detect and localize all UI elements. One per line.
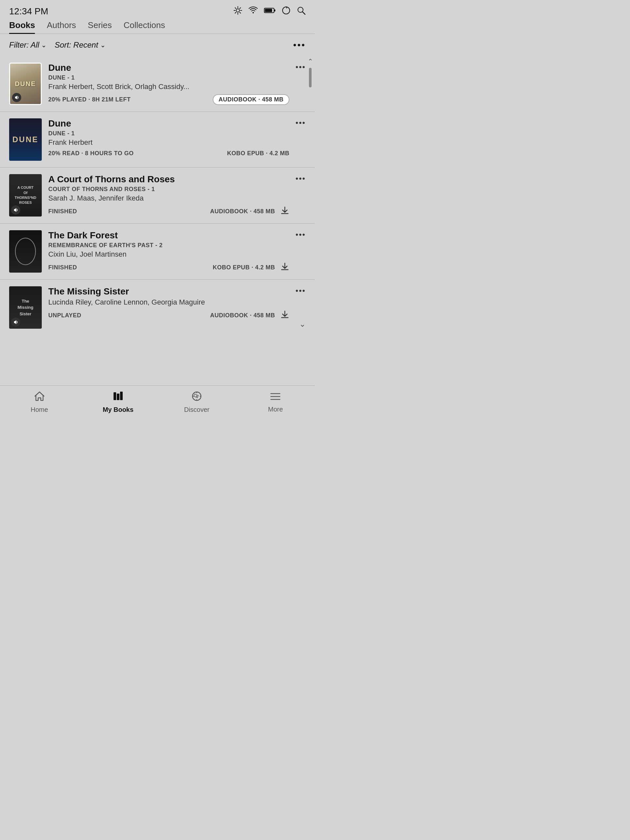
- audio-badge-dune: [12, 93, 21, 102]
- book-meta-dark-forest: FINISHED KOBO EPUB · 4.2 MB: [48, 262, 290, 273]
- svg-rect-12: [265, 9, 272, 12]
- book-info-acotar: A Court of Thorns and Roses COURT OF THO…: [48, 174, 306, 217]
- sort-chevron: ⌄: [100, 41, 106, 49]
- wifi-icon: [248, 6, 258, 16]
- book-progress-missing-sister: UNPLAYED: [48, 312, 81, 319]
- book-title-dune-epub: Dune: [48, 118, 290, 129]
- book-item-dune-audio[interactable]: Dune DUNE - 1 Frank Herbert, Scott Brick…: [0, 56, 315, 112]
- book-format-missing-sister: AUDIOBOOK · 458 MB: [210, 312, 275, 319]
- nav-label-discover: Discover: [184, 406, 209, 414]
- svg-rect-23: [117, 393, 119, 400]
- audio-badge-missing-sister: [11, 317, 20, 327]
- tab-bar: Books Authors Series Collections: [0, 20, 315, 34]
- brightness-icon[interactable]: [233, 6, 242, 17]
- nav-item-more[interactable]: More: [256, 392, 295, 413]
- svg-line-15: [302, 12, 305, 14]
- battery-icon: [264, 7, 276, 16]
- book-meta-dune-audio: 20% PLAYED · 8H 21M LEFT AUDIOBOOK · 458…: [48, 94, 290, 105]
- svg-line-7: [240, 8, 241, 9]
- svg-rect-22: [114, 392, 116, 400]
- book-author-missing-sister: Lucinda Riley, Caroline Lennon, Georgia …: [48, 298, 290, 306]
- book-item-dune-epub[interactable]: Dune DUNE - 1 Frank Herbert 20% READ · 8…: [0, 112, 315, 167]
- book-item-dark-forest[interactable]: The Dark Forest REMEMBRANCE OF EARTH'S P…: [0, 224, 315, 280]
- book-series-dark-forest: REMEMBRANCE OF EARTH'S PAST - 2: [48, 242, 290, 249]
- audiobook-badge-dune: AUDIOBOOK · 458 MB: [213, 94, 290, 105]
- download-button-dark-forest[interactable]: [280, 262, 290, 273]
- nav-item-home[interactable]: Home: [20, 391, 59, 414]
- book-series-dune-audio: DUNE - 1: [48, 74, 290, 81]
- sort-button[interactable]: Sort: Recent ⌄: [54, 40, 105, 50]
- svg-point-0: [236, 9, 239, 12]
- svg-rect-11: [274, 9, 275, 11]
- scrollbar[interactable]: ⌃: [308, 56, 312, 385]
- scroll-down-indicator: ⌄: [299, 320, 306, 329]
- book-cover-dune-epub: [9, 118, 42, 161]
- tab-authors[interactable]: Authors: [47, 20, 76, 33]
- audio-badge-acotar: [11, 205, 20, 215]
- book-info-dark-forest: The Dark Forest REMEMBRANCE OF EARTH'S P…: [48, 230, 306, 273]
- book-cover-dark-forest: [9, 230, 42, 273]
- book-progress-dune-epub: 20% READ · 8 HOURS TO GO: [48, 150, 134, 157]
- bottom-nav: Home My Books Discover: [0, 385, 315, 420]
- svg-point-13: [283, 7, 290, 14]
- book-series-acotar: COURT OF THORNS AND ROSES - 1: [48, 186, 290, 193]
- book-progress-dark-forest: FINISHED: [48, 264, 77, 271]
- book-author-dune-audio: Frank Herbert, Scott Brick, Orlagh Cassi…: [48, 82, 290, 91]
- book-progress-acotar: FINISHED: [48, 208, 77, 215]
- nav-label-home: Home: [31, 406, 48, 414]
- status-bar: 12:34 PM: [0, 0, 315, 20]
- search-icon[interactable]: [296, 6, 306, 17]
- book-progress-dune-audio: 20% PLAYED · 8H 21M LEFT: [48, 96, 130, 103]
- nav-label-mybooks: My Books: [103, 406, 133, 414]
- book-cover-missing-sister: [9, 286, 42, 329]
- tab-books[interactable]: Books: [9, 20, 35, 33]
- book-title-missing-sister: The Missing Sister: [48, 286, 290, 297]
- tab-collections[interactable]: Collections: [123, 20, 165, 33]
- book-menu-dune-epub[interactable]: •••: [296, 118, 306, 128]
- book-item-acotar[interactable]: A Court of Thorns and Roses COURT OF THO…: [0, 167, 315, 224]
- book-title-dune-audio: Dune: [48, 63, 290, 73]
- book-menu-acotar[interactable]: •••: [296, 174, 306, 183]
- book-menu-dark-forest[interactable]: •••: [296, 230, 306, 239]
- book-item-missing-sister[interactable]: The Missing Sister Lucinda Riley, Caroli…: [0, 280, 315, 335]
- book-author-acotar: Sarah J. Maas, Jennifer Ikeda: [48, 194, 290, 202]
- sync-icon[interactable]: [282, 6, 291, 17]
- discover-icon: [191, 391, 202, 404]
- filter-chevron: ⌄: [41, 41, 47, 49]
- nav-item-mybooks[interactable]: My Books: [98, 391, 138, 414]
- status-time: 12:34 PM: [9, 6, 48, 17]
- book-format-dark-forest: KOBO EPUB · 4.2 MB: [213, 264, 275, 271]
- book-menu-dune-audio[interactable]: •••: [296, 63, 306, 72]
- filter-row: Filter: All ⌄ Sort: Recent ⌄ •••: [0, 34, 315, 56]
- book-meta-acotar: FINISHED AUDIOBOOK · 458 MB: [48, 206, 290, 217]
- nav-item-discover[interactable]: Discover: [177, 391, 216, 414]
- scroll-up-arrow[interactable]: ⌃: [308, 57, 313, 65]
- svg-line-5: [235, 8, 236, 9]
- scrollbar-thumb[interactable]: [309, 68, 312, 87]
- more-icon: [270, 392, 281, 404]
- nav-label-more: More: [268, 406, 283, 413]
- download-button-missing-sister[interactable]: [280, 310, 290, 321]
- book-title-dark-forest: The Dark Forest: [48, 230, 290, 241]
- tab-series[interactable]: Series: [88, 20, 112, 33]
- more-options-button[interactable]: •••: [293, 40, 306, 50]
- book-cover-acotar: [9, 174, 42, 216]
- svg-point-26: [196, 396, 197, 397]
- download-button-acotar[interactable]: [280, 206, 290, 217]
- book-meta-missing-sister: UNPLAYED AUDIOBOOK · 458 MB: [48, 310, 290, 321]
- svg-point-9: [253, 12, 254, 13]
- svg-line-6: [240, 13, 241, 13]
- book-info-dune-epub: Dune DUNE - 1 Frank Herbert 20% READ · 8…: [48, 118, 306, 157]
- book-author-dark-forest: Cixin Liu, Joel Martinsen: [48, 250, 290, 259]
- book-info-dune-audio: Dune DUNE - 1 Frank Herbert, Scott Brick…: [48, 63, 306, 105]
- filter-button[interactable]: Filter: All ⌄: [9, 40, 47, 50]
- home-icon: [34, 391, 45, 404]
- book-series-dune-epub: DUNE - 1: [48, 130, 290, 137]
- book-cover-dune-audio: [9, 63, 42, 105]
- svg-line-8: [235, 13, 236, 13]
- book-menu-missing-sister[interactable]: •••: [296, 286, 306, 295]
- mybooks-icon: [112, 391, 123, 404]
- book-meta-dune-epub: 20% READ · 8 HOURS TO GO KOBO EPUB · 4.2…: [48, 150, 290, 157]
- book-list: Dune DUNE - 1 Frank Herbert, Scott Brick…: [0, 56, 315, 385]
- book-title-acotar: A Court of Thorns and Roses: [48, 174, 290, 185]
